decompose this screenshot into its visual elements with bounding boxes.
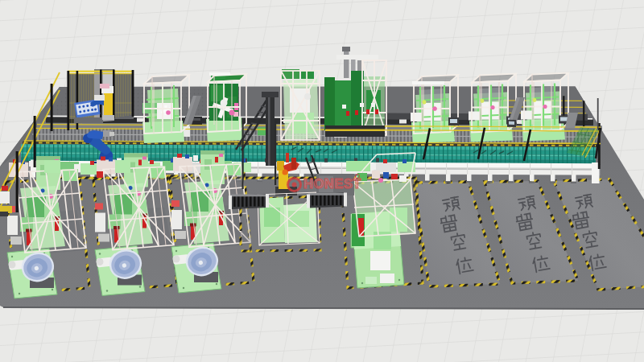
svg-text:HONEST: HONEST <box>303 176 361 191</box>
